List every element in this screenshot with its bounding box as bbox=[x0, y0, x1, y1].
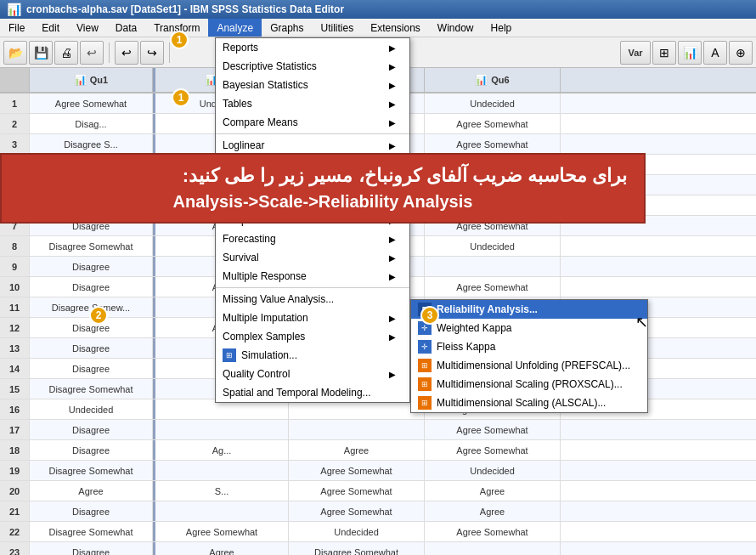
recall-btn[interactable]: ↩ bbox=[80, 41, 104, 65]
cell-qu6[interactable]: Agree Somewhat bbox=[425, 134, 561, 154]
cell-qu6[interactable]: Agree bbox=[425, 481, 561, 501]
menu-reliability-analysis[interactable]: R Reliability Analysis... bbox=[411, 300, 647, 319]
cell-qu5[interactable]: Undecided bbox=[289, 522, 425, 541]
cell-qu5[interactable]: Agree bbox=[289, 440, 425, 460]
menu-file[interactable]: File bbox=[0, 19, 33, 37]
cell-qu6[interactable]: Undecided bbox=[425, 461, 561, 480]
toolbar-sep-1 bbox=[109, 42, 110, 63]
cell-qu1[interactable]: Disagree Somewhat bbox=[30, 236, 153, 256]
cell-qu6[interactable]: Agree Somewhat bbox=[425, 440, 561, 460]
cell-qu1[interactable]: Agree Somewhat bbox=[30, 93, 153, 113]
cell-qu5[interactable]: Disagree Somewhat bbox=[289, 542, 425, 555]
menu-data[interactable]: Data bbox=[107, 19, 145, 37]
menu-multiple-imputation[interactable]: Multiple Imputation ▶ bbox=[216, 309, 409, 327]
menu-graphs[interactable]: Graphs bbox=[262, 19, 312, 37]
step-badge-2: 2 bbox=[89, 306, 108, 325]
simulation-label: Simulation... bbox=[241, 349, 297, 361]
script-btn[interactable]: A bbox=[703, 41, 727, 65]
menu-edit[interactable]: Edit bbox=[33, 19, 68, 37]
redo-btn[interactable]: ↪ bbox=[140, 41, 164, 65]
menu-proxscal[interactable]: ⊞ Multidimensional Scaling (PROXSCAL)... bbox=[411, 375, 647, 394]
menu-utilities[interactable]: Utilities bbox=[312, 19, 362, 37]
more-btn[interactable]: ⊕ bbox=[729, 41, 753, 65]
menu-multiple-response[interactable]: Multiple Response ▶ bbox=[216, 267, 409, 286]
cell-qu4[interactable]: Ag... bbox=[153, 440, 289, 460]
undo-btn[interactable]: ↩ bbox=[115, 41, 138, 65]
cell-qu4[interactable] bbox=[153, 420, 289, 439]
cell-qu1[interactable]: Disagree bbox=[30, 542, 153, 555]
header-qu6[interactable]: 📊 Qu6 bbox=[425, 68, 561, 92]
menu-weighted-kappa[interactable]: ✛ Weighted Kappa bbox=[411, 319, 647, 337]
menu-complex-samples[interactable]: Complex Samples ▶ bbox=[216, 327, 409, 346]
cell-qu4[interactable]: S... bbox=[153, 481, 289, 501]
cell-qu1[interactable]: Disagree Somewhat bbox=[30, 379, 153, 399]
menu-analyze[interactable]: Analyze bbox=[208, 19, 262, 37]
cell-qu6[interactable]: Undecided bbox=[425, 236, 561, 256]
menu-tables[interactable]: Tables ▶ bbox=[216, 94, 409, 113]
cell-qu5[interactable]: Agree Somewhat bbox=[289, 501, 425, 521]
save-btn[interactable]: 💾 bbox=[29, 41, 53, 65]
row-num: 17 bbox=[0, 420, 30, 439]
qu1-label: Qu1 bbox=[90, 75, 108, 85]
cell-qu1[interactable]: Disagree bbox=[30, 501, 153, 521]
fleiss-kappa-icon: ✛ bbox=[418, 340, 432, 354]
open-btn[interactable]: 📂 bbox=[3, 41, 27, 65]
menu-prefscal[interactable]: ⊞ Multidimensional Unfolding (PREFSCAL).… bbox=[411, 356, 647, 375]
window-title: cronbachs-alpha.sav [DataSet1] - IBM SPS… bbox=[26, 3, 344, 15]
cell-qu1[interactable]: Disagree Somewhat bbox=[30, 522, 153, 541]
menu-window[interactable]: Window bbox=[429, 19, 482, 37]
menu-survival[interactable]: Survival ▶ bbox=[216, 248, 409, 267]
menu-help[interactable]: Help bbox=[482, 19, 521, 37]
menu-forecasting[interactable]: Forecasting ▶ bbox=[216, 229, 409, 248]
cell-qu6[interactable]: Agree Somewhat bbox=[425, 420, 561, 439]
cell-qu4[interactable] bbox=[153, 501, 289, 521]
cell-qu5[interactable]: Agree Somewhat bbox=[289, 461, 425, 480]
menu-simulation[interactable]: ⊞ Simulation... bbox=[216, 346, 409, 365]
cell-qu1[interactable]: Disagree bbox=[30, 420, 153, 439]
cell-qu5[interactable]: Agree Somewhat bbox=[289, 481, 425, 501]
menu-loglinear[interactable]: Loglinear ▶ bbox=[216, 136, 409, 155]
cell-qu1[interactable]: Disagree bbox=[30, 338, 153, 358]
cell-qu4[interactable]: Agree Somewhat bbox=[153, 522, 289, 541]
cell-qu1[interactable]: Disagree Somewhat bbox=[30, 461, 153, 480]
menu-bayesian-stats[interactable]: Bayesian Statistics ▶ bbox=[216, 76, 409, 94]
grid-btn[interactable]: ⊞ bbox=[652, 41, 676, 65]
cell-qu1[interactable]: Disagree bbox=[30, 440, 153, 460]
cell-qu1[interactable]: Disagree bbox=[30, 359, 153, 378]
cell-qu6[interactable] bbox=[425, 542, 561, 555]
cell-qu5[interactable] bbox=[289, 420, 425, 439]
menu-spatial-temporal[interactable]: Spatial and Temporal Modeling... bbox=[216, 383, 409, 402]
cell-qu1[interactable]: Undecided bbox=[30, 399, 153, 419]
print-btn[interactable]: 🖨 bbox=[54, 41, 78, 65]
weighted-kappa-label: Weighted Kappa bbox=[437, 322, 512, 334]
step-badge-1: 1 bbox=[172, 88, 190, 107]
menu-view[interactable]: View bbox=[68, 19, 107, 37]
menu-reports[interactable]: Reports ▶ bbox=[216, 38, 409, 57]
header-qu1[interactable]: 📊 Qu1 bbox=[30, 68, 153, 92]
cell-qu6[interactable]: Undecided bbox=[425, 93, 561, 113]
quality-control-arrow: ▶ bbox=[389, 370, 396, 379]
menu-alscal[interactable]: ⊞ Multidimensional Scaling (ALSCAL)... bbox=[411, 394, 647, 412]
cell-qu1[interactable]: Disagree bbox=[30, 277, 153, 297]
cell-qu6[interactable]: Agree Somewhat bbox=[425, 522, 561, 541]
menu-quality-control[interactable]: Quality Control ▶ bbox=[216, 365, 409, 383]
var-btn[interactable]: Var bbox=[620, 41, 651, 65]
menu-fleiss-kappa[interactable]: ✛ Fleiss Kappa bbox=[411, 337, 647, 356]
cell-qu6[interactable]: Agree Somewhat bbox=[425, 277, 561, 297]
cell-qu6[interactable] bbox=[425, 257, 561, 276]
cell-qu4[interactable] bbox=[153, 461, 289, 480]
menu-descriptive-stats[interactable]: Descriptive Statistics ▶ bbox=[216, 57, 409, 76]
menu-missing-value[interactable]: Missing Value Analysis... bbox=[216, 290, 409, 309]
cell-qu1[interactable]: Agree bbox=[30, 481, 153, 501]
table-row: 20 Agree S... Agree Somewhat Agree bbox=[0, 481, 756, 501]
cell-qu6[interactable]: Agree bbox=[425, 501, 561, 521]
cell-qu4[interactable]: Agree bbox=[153, 542, 289, 555]
chart-btn[interactable]: 📊 bbox=[678, 41, 702, 65]
cell-qu1[interactable]: Disagree S... bbox=[30, 134, 153, 154]
cell-qu6[interactable]: Agree Somewhat bbox=[425, 114, 561, 133]
menu-compare-means[interactable]: Compare Means ▶ bbox=[216, 113, 409, 132]
cell-qu1[interactable]: Disag... bbox=[30, 114, 153, 133]
cell-qu1[interactable]: Disagree bbox=[30, 257, 153, 276]
multiple-imputation-arrow: ▶ bbox=[389, 314, 396, 323]
menu-extensions[interactable]: Extensions bbox=[362, 19, 429, 37]
